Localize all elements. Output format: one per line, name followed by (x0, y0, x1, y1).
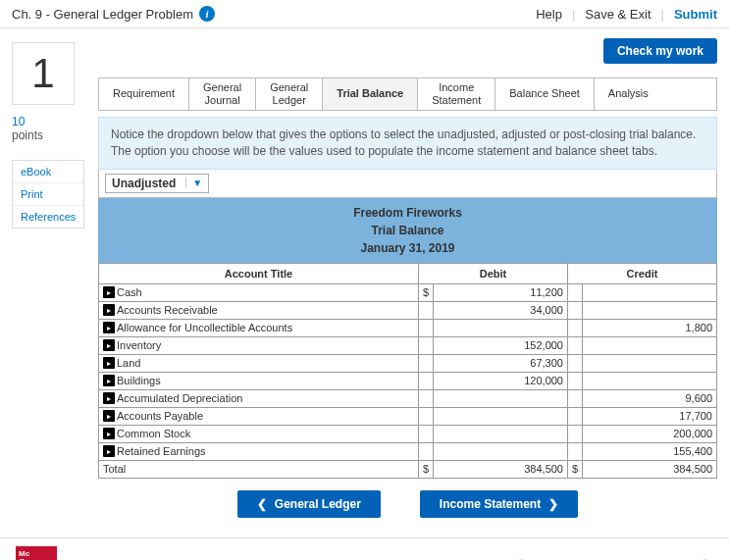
credit-currency (567, 336, 582, 354)
row-expand-icon[interactable]: ▸ (103, 445, 115, 457)
check-my-work-button[interactable]: Check my work (603, 38, 717, 64)
save-exit-link[interactable]: Save & Exit (585, 7, 651, 22)
debit-value[interactable] (434, 425, 568, 442)
row-expand-icon[interactable]: ▸ (103, 357, 115, 369)
row-expand-icon[interactable]: ▸ (103, 428, 115, 439)
account-title: Accounts Receivable (117, 304, 218, 316)
credit-currency (567, 319, 582, 336)
debit-value[interactable]: 152,000 (434, 336, 568, 354)
chevron-right-icon: ❯ (548, 497, 558, 511)
help-link[interactable]: Help (536, 7, 562, 22)
notice-banner: Notice the dropdown below that gives the… (98, 117, 717, 170)
account-title: Retained Earnings (117, 445, 206, 457)
debit-value[interactable]: 34,000 (434, 301, 568, 319)
credit-value[interactable]: 1,800 (583, 319, 717, 336)
next-section-label: Income Statement (440, 497, 541, 511)
row-expand-icon[interactable]: ▸ (103, 322, 115, 333)
tab-income-statement[interactable]: IncomeStatement (418, 78, 495, 110)
company-name: Freedom Fireworks (98, 204, 717, 222)
account-title: Land (117, 357, 140, 369)
credit-currency (567, 442, 582, 460)
debit-value[interactable] (434, 389, 568, 407)
debit-value[interactable]: 11,200 (434, 283, 568, 301)
table-row: ▸Land67,300 (99, 354, 717, 372)
table-row: ▸Accounts Payable17,700 (99, 407, 717, 425)
debit-currency (419, 407, 434, 425)
credit-currency (567, 372, 582, 389)
credit-value[interactable]: 200,000 (583, 425, 717, 442)
debit-currency: $ (419, 283, 434, 301)
debit-value[interactable]: 120,000 (434, 372, 568, 389)
debit-value[interactable] (434, 442, 568, 460)
total-label: Total (99, 460, 419, 478)
row-expand-icon[interactable]: ▸ (103, 410, 115, 422)
total-credit: 384,500 (583, 460, 717, 478)
ebook-link[interactable]: eBook (13, 161, 83, 183)
table-row: ▸Retained Earnings155,400 (99, 442, 717, 460)
report-date: January 31, 2019 (98, 239, 717, 257)
separator: | (572, 7, 575, 22)
trial-balance-table: Account Title Debit Credit ▸Cash$11,200▸… (98, 263, 717, 479)
row-expand-icon[interactable]: ▸ (103, 375, 115, 386)
credit-value[interactable] (583, 372, 717, 389)
total-credit-currency: $ (567, 460, 582, 478)
report-name: Trial Balance (98, 222, 717, 239)
col-credit: Credit (567, 263, 716, 283)
references-link[interactable]: References (13, 206, 83, 228)
account-title: Accumulated Depreciation (117, 392, 242, 404)
credit-value[interactable]: 17,700 (583, 407, 717, 425)
debit-currency (419, 336, 434, 354)
credit-value[interactable]: 155,400 (583, 442, 717, 460)
debit-currency (419, 354, 434, 372)
prev-section-label: General Ledger (275, 497, 361, 511)
trial-balance-type-dropdown[interactable]: Unadjusted ▼ (105, 174, 209, 193)
debit-value[interactable]: 67,300 (434, 354, 568, 372)
question-number-box: 1 (12, 42, 75, 105)
prev-section-button[interactable]: ❮ General Ledger (237, 490, 381, 518)
table-row: ▸Accounts Receivable34,000 (99, 301, 717, 319)
account-title: Common Stock (117, 428, 190, 439)
debit-currency (419, 442, 434, 460)
row-expand-icon[interactable]: ▸ (103, 392, 115, 404)
credit-currency (567, 425, 582, 442)
trial-balance-header: Freedom Fireworks Trial Balance January … (98, 198, 717, 263)
table-row: ▸Common Stock200,000 (99, 425, 717, 442)
debit-value[interactable] (434, 407, 568, 425)
print-link[interactable]: Print (13, 183, 83, 206)
next-section-button[interactable]: Income Statement ❯ (420, 490, 578, 518)
col-debit: Debit (419, 263, 568, 283)
tab-bar: Requirement GeneralJournal GeneralLedger… (98, 77, 717, 111)
credit-value[interactable] (583, 283, 717, 301)
chevron-down-icon: ▼ (185, 178, 202, 188)
col-account-title: Account Title (99, 263, 419, 283)
tab-general-journal[interactable]: GeneralJournal (189, 78, 256, 110)
submit-link[interactable]: Submit (674, 7, 717, 22)
credit-value[interactable] (583, 301, 717, 319)
chevron-left-icon: ❮ (257, 497, 267, 511)
row-expand-icon[interactable]: ▸ (103, 304, 115, 316)
row-expand-icon[interactable]: ▸ (103, 286, 115, 298)
row-expand-icon[interactable]: ▸ (103, 339, 115, 351)
credit-value[interactable] (583, 354, 717, 372)
separator: | (661, 7, 664, 22)
table-row: ▸Buildings120,000 (99, 372, 717, 389)
tab-general-ledger[interactable]: GeneralLedger (256, 78, 323, 110)
tab-analysis[interactable]: Analysis (595, 78, 662, 110)
tab-requirement[interactable]: Requirement (99, 78, 189, 110)
credit-currency (567, 301, 582, 319)
account-title: Allowance for Uncollectible Accounts (117, 322, 292, 333)
total-debit: 384,500 (434, 460, 568, 478)
credit-value[interactable]: 9,600 (583, 389, 717, 407)
debit-currency (419, 301, 434, 319)
info-icon[interactable]: i (199, 6, 215, 22)
tab-balance-sheet[interactable]: Balance Sheet (495, 78, 595, 110)
tab-trial-balance[interactable]: Trial Balance (323, 78, 418, 110)
account-title: Accounts Payable (117, 410, 203, 422)
debit-currency (419, 389, 434, 407)
page-title: Ch. 9 - General Ledger Problem (12, 7, 193, 22)
table-row: ▸Accumulated Depreciation9,600 (99, 389, 717, 407)
debit-value[interactable] (434, 319, 568, 336)
account-title: Cash (117, 286, 142, 298)
credit-value[interactable] (583, 336, 717, 354)
total-row: Total $ 384,500 $ 384,500 (99, 460, 717, 478)
